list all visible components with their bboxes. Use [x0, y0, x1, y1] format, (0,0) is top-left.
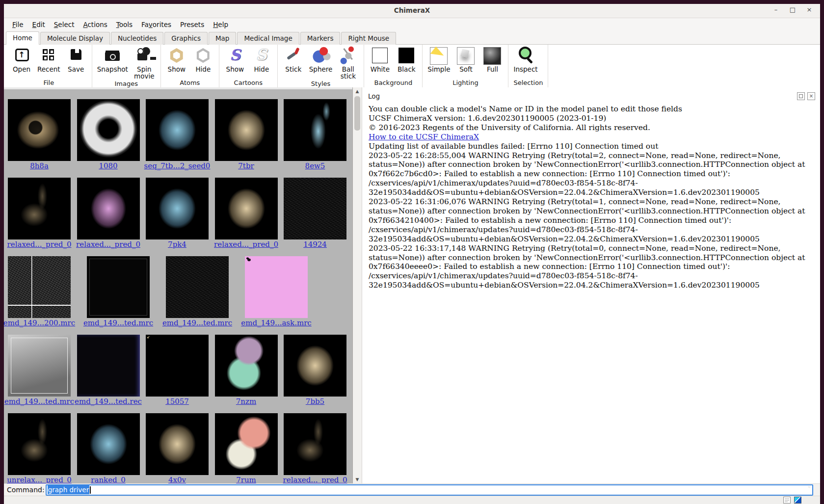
menu-actions[interactable]: Actions: [79, 19, 111, 30]
black-background-button[interactable]: Black: [396, 46, 417, 73]
status-bar: [4, 496, 820, 504]
tab-map[interactable]: Map: [209, 32, 237, 45]
thumbnail-image[interactable]: [215, 335, 278, 397]
cartoons-hide-icon: [251, 46, 272, 65]
thumbnail-label[interactable]: emd_149...ted.mrc: [4, 397, 74, 406]
thumbnail-label[interactable]: emd_149...ask.mrc: [241, 318, 311, 328]
menu-select[interactable]: Select: [50, 19, 79, 30]
white-background-button[interactable]: White: [369, 46, 391, 73]
stick-button[interactable]: Stick: [283, 46, 304, 73]
thumbnail-label[interactable]: ranked_0: [91, 475, 125, 483]
thumbnail-label[interactable]: 7rum: [236, 475, 256, 483]
float-panel-icon[interactable]: [797, 92, 805, 100]
tab-medical-image[interactable]: Medical Image: [237, 32, 299, 45]
thumbnail-label[interactable]: relaxed..._pred_0: [214, 239, 278, 249]
scroll-up-icon[interactable]: ▲: [353, 89, 362, 94]
cite-chimerax-link[interactable]: How to cite UCSF ChimeraX: [369, 133, 479, 141]
toolbar-group: Show Hide Atoms: [161, 45, 219, 88]
tab-markers[interactable]: Markers: [300, 32, 341, 45]
thumbnail-image[interactable]: [215, 413, 278, 475]
soft-lighting-button[interactable]: Soft: [455, 46, 477, 73]
thumbnail-label[interactable]: 7tbr: [238, 161, 254, 171]
thumbnail-image[interactable]: [284, 99, 346, 161]
spin-movie-button[interactable]: Spin movie: [133, 46, 156, 80]
tab-nucleotides[interactable]: Nucleotides: [111, 32, 163, 45]
thumbnail-image[interactable]: [245, 256, 308, 318]
thumbnail-row: relaxed..._pred_0relaxed..._pred_07pk4re…: [8, 178, 346, 249]
sphere-button[interactable]: Sphere: [309, 46, 333, 73]
thumbnail-label[interactable]: emd_149...200.mrc: [4, 318, 75, 328]
close-button[interactable]: ×: [805, 6, 813, 13]
thumbnail-image[interactable]: [215, 99, 278, 161]
scroll-thumb[interactable]: [354, 96, 360, 131]
thumbnail-image[interactable]: [8, 335, 71, 397]
atoms-show-button[interactable]: Show: [166, 46, 187, 73]
thumbnail-image[interactable]: [284, 413, 346, 475]
menu-favorites[interactable]: Favorites: [137, 19, 176, 30]
thumbnail-item: emd_149...ted.mrc: [87, 256, 150, 328]
thumbnail-label[interactable]: relaxed..._pred_0: [283, 475, 347, 483]
status-doc-icon[interactable]: [783, 497, 791, 504]
thumbnail-image[interactable]: [8, 178, 71, 239]
full-lighting-button[interactable]: Full: [481, 46, 503, 73]
cartoons-show-button[interactable]: Show: [224, 46, 246, 73]
recent-button[interactable]: Recent: [37, 46, 60, 73]
menu-tools[interactable]: Tools: [112, 19, 137, 30]
scroll-down-icon[interactable]: ▼: [353, 477, 362, 482]
cartoons-hide-button[interactable]: Hide: [251, 46, 272, 73]
minimize-button[interactable]: –: [772, 6, 780, 13]
command-input[interactable]: graph driver ⁙: [46, 484, 813, 496]
thumbnail-label[interactable]: unrelax..._pred_0: [7, 475, 72, 483]
thumbnail-image[interactable]: [284, 178, 346, 239]
thumbnail-image[interactable]: [77, 178, 140, 239]
thumbnail-label[interactable]: seq_7tb...2_seed0: [144, 161, 211, 171]
thumbnail-image[interactable]: [77, 335, 140, 397]
thumbnail-label[interactable]: 7nzm: [236, 397, 256, 406]
thumbnail-image[interactable]: [215, 178, 278, 239]
inspect-button[interactable]: Inspect: [513, 46, 537, 73]
thumbnail-image[interactable]: [284, 335, 346, 397]
thumbnail-image[interactable]: [8, 99, 71, 161]
menu-help[interactable]: Help: [209, 19, 233, 30]
thumbnail-image[interactable]: [8, 256, 71, 318]
maximize-button[interactable]: □: [789, 6, 797, 13]
thumbnail-label[interactable]: 7bb5: [306, 397, 324, 406]
thumbnail-label[interactable]: 15057: [165, 397, 189, 406]
simple-lighting-button[interactable]: Simple: [427, 46, 450, 73]
thumbnail-label[interactable]: 1080: [99, 161, 117, 171]
tab-graphics[interactable]: Graphics: [164, 32, 208, 45]
thumbnail-image[interactable]: [146, 335, 209, 397]
ball-stick-button[interactable]: Ball stick: [337, 46, 359, 80]
tab-right-mouse[interactable]: Right Mouse: [341, 32, 396, 45]
thumbnail-label[interactable]: 8h8a: [30, 161, 49, 171]
thumbnail-image[interactable]: [146, 178, 209, 239]
thumbnail-label[interactable]: emd_149...ted.mrc: [83, 318, 153, 328]
thumbnail-label[interactable]: emd_149...ted.rec: [75, 397, 142, 406]
menu-edit[interactable]: Edit: [28, 19, 50, 30]
status-activity-icon[interactable]: [794, 497, 801, 504]
snapshot-button[interactable]: Snapshot: [97, 46, 128, 73]
thumbnail-label[interactable]: 14924: [303, 239, 327, 249]
thumbnail-image[interactable]: [146, 413, 209, 475]
open-button[interactable]: Open: [11, 46, 32, 73]
thumbnail-image[interactable]: [77, 413, 140, 475]
thumbnail-label[interactable]: 8ew5: [305, 161, 325, 171]
browser-scrollbar[interactable]: ▲ ▼: [352, 87, 362, 483]
menu-file[interactable]: File: [8, 19, 28, 30]
thumbnail-image[interactable]: [146, 99, 209, 161]
close-panel-icon[interactable]: ×: [807, 92, 815, 100]
thumbnail-label[interactable]: relaxed..._pred_0: [76, 239, 140, 249]
thumbnail-image[interactable]: [166, 256, 229, 318]
save-button[interactable]: Save: [65, 46, 87, 73]
thumbnail-label[interactable]: 4x0v: [168, 475, 186, 483]
atoms-hide-button[interactable]: Hide: [192, 46, 214, 73]
thumbnail-label[interactable]: relaxed..._pred_0: [7, 239, 72, 249]
thumbnail-image[interactable]: [87, 256, 150, 318]
tab-molecule-display[interactable]: Molecule Display: [40, 32, 110, 45]
thumbnail-label[interactable]: emd_149...ted.mrc: [162, 318, 232, 328]
tab-home[interactable]: Home: [6, 31, 39, 45]
menu-presets[interactable]: Presets: [176, 19, 209, 30]
thumbnail-image[interactable]: [8, 413, 71, 475]
thumbnail-image[interactable]: [77, 99, 140, 161]
thumbnail-label[interactable]: 7pk4: [168, 239, 186, 249]
